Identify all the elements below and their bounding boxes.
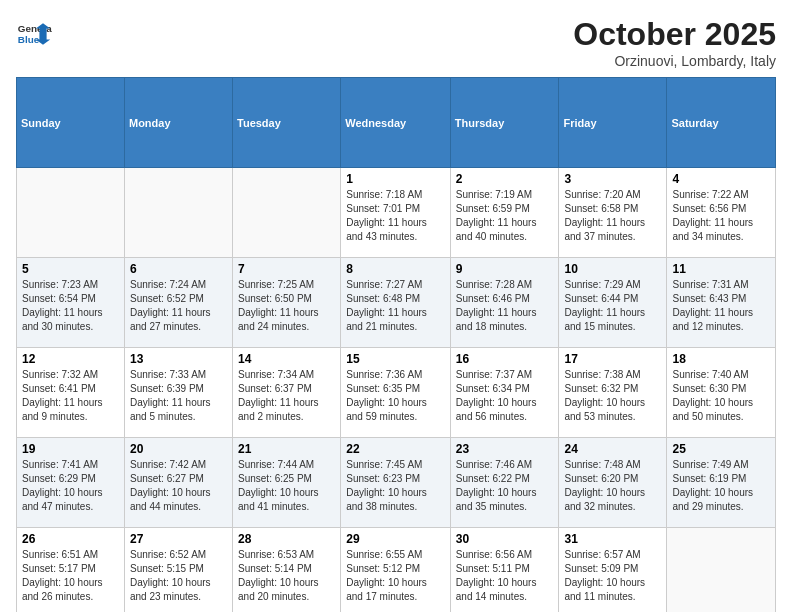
col-friday: Friday <box>559 78 667 168</box>
day-cell: 17Sunrise: 7:38 AM Sunset: 6:32 PM Dayli… <box>559 348 667 438</box>
col-monday: Monday <box>124 78 232 168</box>
day-info: Sunrise: 7:44 AM Sunset: 6:25 PM Dayligh… <box>238 458 335 514</box>
day-cell <box>667 528 776 613</box>
calendar-title: October 2025 <box>573 16 776 53</box>
day-cell: 20Sunrise: 7:42 AM Sunset: 6:27 PM Dayli… <box>124 438 232 528</box>
week-row-1: 1Sunrise: 7:18 AM Sunset: 7:01 PM Daylig… <box>17 168 776 258</box>
day-info: Sunrise: 7:27 AM Sunset: 6:48 PM Dayligh… <box>346 278 445 334</box>
day-info: Sunrise: 7:41 AM Sunset: 6:29 PM Dayligh… <box>22 458 119 514</box>
day-info: Sunrise: 7:46 AM Sunset: 6:22 PM Dayligh… <box>456 458 554 514</box>
day-cell: 18Sunrise: 7:40 AM Sunset: 6:30 PM Dayli… <box>667 348 776 438</box>
week-row-4: 19Sunrise: 7:41 AM Sunset: 6:29 PM Dayli… <box>17 438 776 528</box>
day-cell: 14Sunrise: 7:34 AM Sunset: 6:37 PM Dayli… <box>233 348 341 438</box>
day-info: Sunrise: 7:18 AM Sunset: 7:01 PM Dayligh… <box>346 188 445 244</box>
day-cell: 4Sunrise: 7:22 AM Sunset: 6:56 PM Daylig… <box>667 168 776 258</box>
day-number: 30 <box>456 532 554 546</box>
day-info: Sunrise: 7:23 AM Sunset: 6:54 PM Dayligh… <box>22 278 119 334</box>
day-number: 8 <box>346 262 445 276</box>
day-info: Sunrise: 7:20 AM Sunset: 6:58 PM Dayligh… <box>564 188 661 244</box>
col-sunday: Sunday <box>17 78 125 168</box>
day-cell: 24Sunrise: 7:48 AM Sunset: 6:20 PM Dayli… <box>559 438 667 528</box>
day-number: 10 <box>564 262 661 276</box>
day-info: Sunrise: 7:31 AM Sunset: 6:43 PM Dayligh… <box>672 278 770 334</box>
day-cell <box>124 168 232 258</box>
day-number: 5 <box>22 262 119 276</box>
day-number: 24 <box>564 442 661 456</box>
calendar-header: Sunday Monday Tuesday Wednesday Thursday… <box>17 78 776 168</box>
day-cell: 9Sunrise: 7:28 AM Sunset: 6:46 PM Daylig… <box>450 258 559 348</box>
day-cell: 26Sunrise: 6:51 AM Sunset: 5:17 PM Dayli… <box>17 528 125 613</box>
day-number: 22 <box>346 442 445 456</box>
day-cell: 11Sunrise: 7:31 AM Sunset: 6:43 PM Dayli… <box>667 258 776 348</box>
day-info: Sunrise: 6:56 AM Sunset: 5:11 PM Dayligh… <box>456 548 554 604</box>
day-number: 21 <box>238 442 335 456</box>
day-number: 12 <box>22 352 119 366</box>
day-info: Sunrise: 6:51 AM Sunset: 5:17 PM Dayligh… <box>22 548 119 604</box>
day-cell: 8Sunrise: 7:27 AM Sunset: 6:48 PM Daylig… <box>341 258 451 348</box>
day-info: Sunrise: 7:40 AM Sunset: 6:30 PM Dayligh… <box>672 368 770 424</box>
day-cell: 19Sunrise: 7:41 AM Sunset: 6:29 PM Dayli… <box>17 438 125 528</box>
day-info: Sunrise: 6:52 AM Sunset: 5:15 PM Dayligh… <box>130 548 227 604</box>
day-info: Sunrise: 7:45 AM Sunset: 6:23 PM Dayligh… <box>346 458 445 514</box>
day-number: 27 <box>130 532 227 546</box>
header-row: Sunday Monday Tuesday Wednesday Thursday… <box>17 78 776 168</box>
day-cell <box>233 168 341 258</box>
day-number: 15 <box>346 352 445 366</box>
week-row-3: 12Sunrise: 7:32 AM Sunset: 6:41 PM Dayli… <box>17 348 776 438</box>
day-info: Sunrise: 7:25 AM Sunset: 6:50 PM Dayligh… <box>238 278 335 334</box>
day-info: Sunrise: 7:48 AM Sunset: 6:20 PM Dayligh… <box>564 458 661 514</box>
day-cell: 3Sunrise: 7:20 AM Sunset: 6:58 PM Daylig… <box>559 168 667 258</box>
day-info: Sunrise: 6:53 AM Sunset: 5:14 PM Dayligh… <box>238 548 335 604</box>
day-number: 19 <box>22 442 119 456</box>
day-info: Sunrise: 7:33 AM Sunset: 6:39 PM Dayligh… <box>130 368 227 424</box>
day-info: Sunrise: 7:19 AM Sunset: 6:59 PM Dayligh… <box>456 188 554 244</box>
day-number: 31 <box>564 532 661 546</box>
calendar-table: Sunday Monday Tuesday Wednesday Thursday… <box>16 77 776 612</box>
day-number: 11 <box>672 262 770 276</box>
day-cell: 13Sunrise: 7:33 AM Sunset: 6:39 PM Dayli… <box>124 348 232 438</box>
day-cell: 28Sunrise: 6:53 AM Sunset: 5:14 PM Dayli… <box>233 528 341 613</box>
day-info: Sunrise: 7:49 AM Sunset: 6:19 PM Dayligh… <box>672 458 770 514</box>
day-number: 6 <box>130 262 227 276</box>
day-info: Sunrise: 7:29 AM Sunset: 6:44 PM Dayligh… <box>564 278 661 334</box>
calendar-subtitle: Orzinuovi, Lombardy, Italy <box>573 53 776 69</box>
col-saturday: Saturday <box>667 78 776 168</box>
day-info: Sunrise: 6:57 AM Sunset: 5:09 PM Dayligh… <box>564 548 661 604</box>
day-info: Sunrise: 7:32 AM Sunset: 6:41 PM Dayligh… <box>22 368 119 424</box>
col-wednesday: Wednesday <box>341 78 451 168</box>
day-cell: 29Sunrise: 6:55 AM Sunset: 5:12 PM Dayli… <box>341 528 451 613</box>
day-cell <box>17 168 125 258</box>
day-number: 28 <box>238 532 335 546</box>
day-cell: 10Sunrise: 7:29 AM Sunset: 6:44 PM Dayli… <box>559 258 667 348</box>
week-row-2: 5Sunrise: 7:23 AM Sunset: 6:54 PM Daylig… <box>17 258 776 348</box>
day-number: 17 <box>564 352 661 366</box>
logo: General Blue <box>16 16 52 52</box>
day-number: 4 <box>672 172 770 186</box>
day-cell: 15Sunrise: 7:36 AM Sunset: 6:35 PM Dayli… <box>341 348 451 438</box>
day-cell: 25Sunrise: 7:49 AM Sunset: 6:19 PM Dayli… <box>667 438 776 528</box>
day-number: 1 <box>346 172 445 186</box>
day-number: 3 <box>564 172 661 186</box>
day-number: 7 <box>238 262 335 276</box>
day-number: 18 <box>672 352 770 366</box>
day-info: Sunrise: 7:22 AM Sunset: 6:56 PM Dayligh… <box>672 188 770 244</box>
day-number: 25 <box>672 442 770 456</box>
day-number: 29 <box>346 532 445 546</box>
week-row-5: 26Sunrise: 6:51 AM Sunset: 5:17 PM Dayli… <box>17 528 776 613</box>
day-info: Sunrise: 7:38 AM Sunset: 6:32 PM Dayligh… <box>564 368 661 424</box>
day-number: 26 <box>22 532 119 546</box>
col-tuesday: Tuesday <box>233 78 341 168</box>
title-block: October 2025 Orzinuovi, Lombardy, Italy <box>573 16 776 69</box>
day-cell: 16Sunrise: 7:37 AM Sunset: 6:34 PM Dayli… <box>450 348 559 438</box>
page-header: General Blue October 2025 Orzinuovi, Lom… <box>16 16 776 69</box>
day-info: Sunrise: 6:55 AM Sunset: 5:12 PM Dayligh… <box>346 548 445 604</box>
day-cell: 23Sunrise: 7:46 AM Sunset: 6:22 PM Dayli… <box>450 438 559 528</box>
day-cell: 2Sunrise: 7:19 AM Sunset: 6:59 PM Daylig… <box>450 168 559 258</box>
day-cell: 1Sunrise: 7:18 AM Sunset: 7:01 PM Daylig… <box>341 168 451 258</box>
day-info: Sunrise: 7:36 AM Sunset: 6:35 PM Dayligh… <box>346 368 445 424</box>
day-info: Sunrise: 7:24 AM Sunset: 6:52 PM Dayligh… <box>130 278 227 334</box>
col-thursday: Thursday <box>450 78 559 168</box>
day-info: Sunrise: 7:28 AM Sunset: 6:46 PM Dayligh… <box>456 278 554 334</box>
day-cell: 30Sunrise: 6:56 AM Sunset: 5:11 PM Dayli… <box>450 528 559 613</box>
day-cell: 6Sunrise: 7:24 AM Sunset: 6:52 PM Daylig… <box>124 258 232 348</box>
